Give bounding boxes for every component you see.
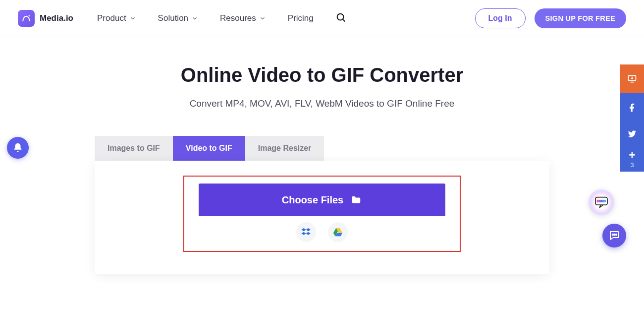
feedback-bubble[interactable] (589, 189, 614, 215)
converter-tabs: Images to GIF Video to GIF Image Resizer (95, 136, 549, 161)
login-button[interactable]: Log In (475, 8, 526, 28)
svg-point-8 (614, 234, 615, 235)
rail-facebook-button[interactable] (620, 93, 644, 122)
tab-image-resizer[interactable]: Image Resizer (245, 136, 324, 161)
rail-download-button[interactable] (620, 64, 644, 93)
brand-name: Media.io (40, 13, 73, 23)
svg-point-1 (337, 14, 343, 20)
nav-label: Pricing (288, 13, 314, 23)
notifications-fab[interactable] (7, 137, 29, 159)
google-drive-source-button[interactable] (328, 222, 348, 242)
nav-item-pricing[interactable]: Pricing (288, 13, 314, 23)
nav-item-solution[interactable]: Solution (158, 13, 198, 23)
rail-twitter-button[interactable] (620, 122, 644, 146)
upload-card: Choose Files (95, 161, 549, 274)
tab-video-to-gif[interactable]: Video to GIF (173, 136, 245, 161)
page-title: Online Video to GIF Converter (0, 64, 644, 86)
search-button[interactable] (335, 12, 346, 25)
svg-point-7 (612, 234, 613, 235)
svg-line-2 (343, 19, 345, 21)
chevron-down-icon (259, 15, 266, 22)
choose-files-button[interactable]: Choose Files (199, 184, 445, 216)
folder-icon (350, 194, 362, 205)
speech-palette-icon (594, 196, 608, 208)
svg-point-0 (29, 15, 30, 17)
chat-icon (608, 230, 620, 242)
facebook-icon (627, 103, 637, 113)
rail-more-button[interactable]: + 3 (620, 146, 644, 172)
svg-point-9 (616, 234, 617, 235)
nav-item-product[interactable]: Product (97, 13, 136, 23)
header: Media.io Product Solution Resoures Prici… (0, 0, 644, 37)
dropbox-icon (301, 227, 312, 238)
upload-highlight-box: Choose Files (183, 176, 461, 252)
chevron-down-icon (129, 15, 136, 22)
signup-button[interactable]: SIGN UP FOR FREE (535, 8, 627, 28)
chat-fab[interactable] (602, 224, 626, 247)
nav-label: Resoures (220, 13, 256, 23)
bell-icon (12, 142, 23, 153)
cloud-source-row (184, 222, 460, 242)
svg-rect-6 (597, 200, 606, 202)
primary-nav: Product Solution Resoures Pricing (97, 13, 314, 23)
brand-logo[interactable]: Media.io (18, 10, 73, 27)
brand-mark-icon (18, 10, 35, 27)
page-subtitle: Convert MP4, MOV, AVI, FLV, WebM Videos … (0, 98, 644, 109)
nav-item-resources[interactable]: Resoures (220, 13, 266, 23)
choose-files-label: Choose Files (282, 194, 343, 206)
share-rail: + 3 (620, 64, 644, 172)
nav-label: Product (97, 13, 126, 23)
search-icon (335, 12, 346, 23)
google-drive-icon (332, 227, 343, 238)
plus-icon: + (629, 151, 636, 160)
monitor-download-icon (627, 74, 637, 84)
nav-label: Solution (158, 13, 188, 23)
dropbox-source-button[interactable] (296, 222, 316, 242)
share-count: 3 (631, 162, 634, 169)
chevron-down-icon (191, 15, 198, 22)
tab-images-to-gif[interactable]: Images to GIF (95, 136, 173, 161)
twitter-icon (627, 129, 637, 139)
